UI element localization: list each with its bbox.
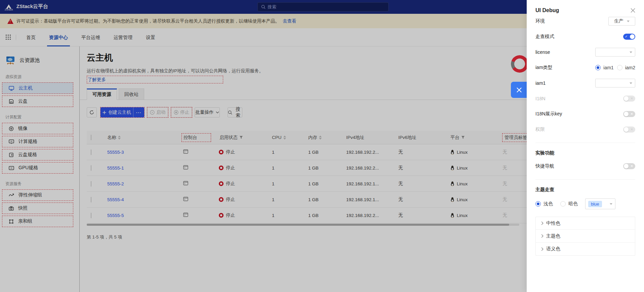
i18n-key-label: I18N展示key [535,111,562,117]
i18n-row: I18N ✕ [535,91,635,106]
color-groups-collapse: 中性色 主题色 语义色 [535,217,635,256]
permission-row: 权限 ✕ [535,122,635,137]
collapse-theme-colors[interactable]: 主题色 [536,230,635,243]
theme-mode-row: 浅色 暗色 blue [535,198,635,209]
iam-type-radio-group: iam1 iam2 [595,65,635,70]
walkthrough-label: 走查模式 [535,34,554,40]
debug-drawer-close-handle[interactable] [511,82,527,98]
collapse-label: 主题色 [546,233,560,239]
permission-toggle: ✕ [623,126,635,133]
env-select[interactable]: 生产 [608,17,635,26]
chevron-right-icon [540,247,544,251]
license-select[interactable] [595,48,635,57]
i18n-toggle: ✕ [623,96,635,102]
theme-section-title: 主题走查 [535,184,635,195]
collapse-neutral-colors[interactable]: 中性色 [536,217,635,230]
radio-icon [617,65,622,70]
env-label: 环境 [535,18,545,24]
license-row: license [535,44,635,60]
radio-selected-icon [595,65,601,70]
license-label: license [535,49,550,55]
collapse-label: 语义色 [546,246,560,252]
chevron-down-icon [627,21,630,22]
section-divider [535,179,635,180]
iam2-radio-option[interactable]: iam2 [617,65,635,70]
iam1-label: iam1 [535,80,546,86]
radio-icon [560,201,566,207]
env-value: 生产 [614,18,623,24]
permission-label: 权限 [535,126,545,133]
quick-nav-toggle[interactable]: ✕ [623,163,635,169]
drawer-backdrop-mask[interactable] [0,0,527,292]
iam-type-row: iam类型 iam1 iam2 [535,60,635,75]
i18n-key-toggle[interactable]: ✕ [623,111,635,117]
theme-light-radio-option[interactable]: 浅色 [535,201,553,207]
iam1-row: iam1 [535,75,635,91]
experimental-section-title: 实验功能 [535,148,635,158]
i18n-key-row: I18N展示key ✕ [535,106,635,122]
drawer-close-icon[interactable] [631,8,635,14]
ui-debug-drawer: UI Debug 环境 生产 走查模式 ✓ license [527,0,644,292]
close-icon [516,87,522,93]
zstack-app: ZStack ZStack云平台 搜索 许可证提示：基础版平台许可证即将过期。为… [0,0,644,292]
iam2-option-label: iam2 [625,65,635,70]
chevron-down-icon [610,203,612,205]
theme-color-select[interactable]: blue [585,198,615,209]
collapse-label: 中性色 [546,220,560,226]
theme-light-label: 浅色 [544,201,553,207]
radio-selected-icon [535,201,541,207]
theme-dark-radio-option[interactable]: 暗色 [560,201,578,207]
chevron-down-icon [630,51,632,53]
drawer-title: UI Debug [535,7,559,13]
chevron-right-icon [540,234,544,238]
section-divider [535,143,635,143]
iam-type-label: iam类型 [535,65,553,71]
theme-dark-label: 暗色 [568,201,578,207]
quick-nav-label: 快捷导航 [535,163,554,169]
i18n-label: I18N [535,96,546,101]
loading-donut-indicator [511,55,528,73]
env-row: 环境 生产 [535,13,635,29]
iam1-select[interactable] [595,79,635,87]
collapse-semantic-colors[interactable]: 语义色 [536,243,635,255]
theme-color-tag: blue [588,201,602,207]
walkthrough-toggle[interactable]: ✓ [623,34,635,40]
chevron-right-icon [540,222,544,225]
walkthrough-row: 走查模式 ✓ [535,29,635,44]
iam1-radio-option[interactable]: iam1 [595,65,613,70]
iam1-option-label: iam1 [603,65,613,70]
chevron-down-icon [630,82,632,84]
quick-nav-row: 快捷导航 ✕ [535,158,635,174]
